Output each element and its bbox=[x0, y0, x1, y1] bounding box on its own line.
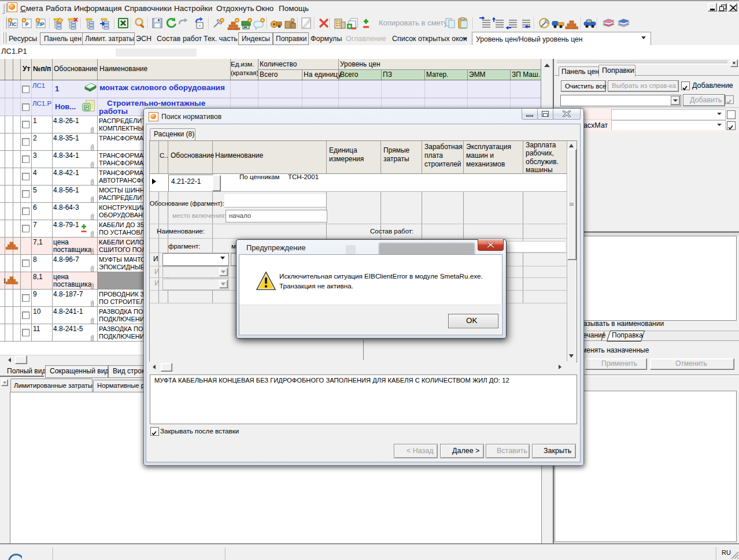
svg-text:*: * bbox=[199, 24, 201, 29]
svg-text:P: P bbox=[85, 106, 88, 110]
svg-text:Р: Р bbox=[25, 21, 29, 27]
